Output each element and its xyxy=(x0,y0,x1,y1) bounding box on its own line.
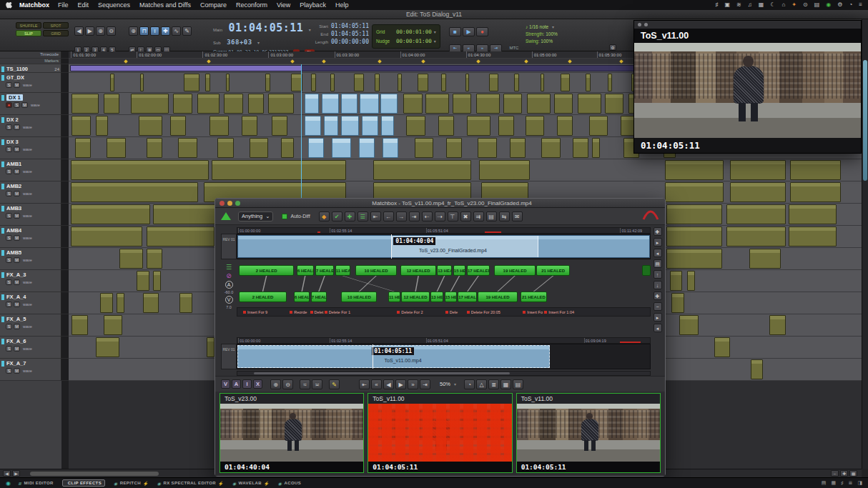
audio-clip[interactable] xyxy=(586,74,591,91)
marker-icon[interactable] xyxy=(322,59,326,64)
next-diff-button[interactable]: ⇢ xyxy=(435,211,445,221)
audio-clip[interactable] xyxy=(503,94,523,114)
audio-clip[interactable] xyxy=(383,138,398,158)
close-icon[interactable] xyxy=(220,201,225,206)
audio-clip[interactable] xyxy=(71,94,99,114)
view-mode-button[interactable]: I xyxy=(242,379,252,389)
audio-clip[interactable] xyxy=(425,94,449,114)
edit-tool-button[interactable]: ⊓ xyxy=(139,26,149,36)
audio-clip[interactable] xyxy=(679,315,699,335)
track-header[interactable]: AMB3SMwave xyxy=(0,204,61,226)
display-option-button[interactable]: ≣ xyxy=(488,379,499,389)
spot-button[interactable]: ⊤ xyxy=(448,211,458,221)
track-name[interactable]: FX_A_7 xyxy=(6,360,26,367)
marker-icon[interactable] xyxy=(619,59,623,64)
diff-marker-track[interactable]: Insert For 9ReordeDeletDelete For 1Delet… xyxy=(237,307,651,317)
matchbox-side-button[interactable]: ✚ xyxy=(654,292,662,300)
menubar-menu-item[interactable]: Reconform xyxy=(236,1,267,9)
audio-clip[interactable] xyxy=(592,138,600,158)
audio-compare-toggle[interactable]: A xyxy=(225,281,233,289)
audio-clip[interactable] xyxy=(730,182,786,202)
autodiff-checkbox[interactable] xyxy=(282,214,287,219)
audio-clip[interactable] xyxy=(498,116,514,136)
mute-button[interactable]: M xyxy=(14,324,20,329)
track-view-selector[interactable]: wave xyxy=(23,169,32,174)
audio-clip[interactable] xyxy=(554,94,573,114)
edit-window-titlebar[interactable]: Edit: ToS Dialog_v11 xyxy=(0,10,868,19)
comparison-thumbnail[interactable]: ToS_v23.00 01:04:40:04 xyxy=(220,393,364,473)
edit-mode-button[interactable]: SPOT xyxy=(43,22,69,29)
view-mode-button[interactable]: X xyxy=(253,379,262,389)
audio-clip[interactable] xyxy=(453,94,472,114)
audio-clip[interactable] xyxy=(687,271,695,291)
audio-clip[interactable] xyxy=(666,226,722,247)
marker-icon[interactable] xyxy=(207,59,211,64)
healed-match-block[interactable]: 19 HEALED xyxy=(478,292,518,302)
track-header[interactable]: DX 1●SMwave xyxy=(0,93,61,115)
healed-match-block[interactable]: 6 HEALED xyxy=(294,292,310,302)
edit-mode-button[interactable]: SHUFFLE xyxy=(16,22,41,29)
audio-clip[interactable] xyxy=(380,94,398,114)
track-view-selector[interactable]: wave xyxy=(23,125,32,129)
display-option-button[interactable]: △ xyxy=(476,379,487,389)
verify-button[interactable]: ✔ xyxy=(332,211,342,221)
solo-button[interactable]: S xyxy=(6,235,12,241)
audio-clip[interactable] xyxy=(438,116,454,136)
track-header[interactable]: FX_A_5SMwave xyxy=(0,314,61,337)
statusbar-tab[interactable]: ◉REPITCH⚡ xyxy=(114,481,149,486)
track-name[interactable]: DX 2 xyxy=(6,116,19,123)
mute-button[interactable]: M xyxy=(14,169,20,174)
mute-button[interactable]: M xyxy=(14,213,20,219)
track-name[interactable]: FX_A_4 xyxy=(6,294,26,300)
active-app-name[interactable]: Matchbox xyxy=(19,1,49,9)
audio-clip[interactable] xyxy=(131,94,169,114)
matchbox-transport-button[interactable]: ◀ xyxy=(383,379,394,389)
vertical-scrollbar[interactable] xyxy=(862,19,868,469)
audio-clip[interactable] xyxy=(341,116,358,136)
audio-clip[interactable] xyxy=(308,138,324,158)
matchbox-transport-button[interactable]: ⇤ xyxy=(359,379,370,389)
statusbar-tab[interactable]: ◉WAVELAB⚡ xyxy=(232,481,270,486)
zoom-control-button[interactable]: − xyxy=(831,470,839,477)
menubar-status-icon[interactable]: ▣ xyxy=(725,0,731,10)
track-view-selector[interactable]: wave xyxy=(23,214,32,218)
track-name[interactable]: TS_1100 xyxy=(6,66,28,72)
mute-button[interactable]: M xyxy=(14,124,20,130)
audio-clip[interactable] xyxy=(354,74,363,91)
healed-match-block[interactable]: 13 HEALED xyxy=(437,265,452,276)
edit-mode-button[interactable]: GRID xyxy=(43,30,69,36)
send-report-button[interactable]: ✉ xyxy=(512,211,523,221)
track-name[interactable]: AMB5 xyxy=(6,249,21,256)
audio-clip[interactable] xyxy=(514,74,519,91)
healed-match-block[interactable]: 10 HEALED xyxy=(341,292,377,302)
track-view-selector[interactable]: wave xyxy=(23,280,32,284)
audio-clip[interactable] xyxy=(726,204,785,224)
chevron-down-icon[interactable]: ▾ xyxy=(552,25,554,29)
audio-clip[interactable] xyxy=(207,337,214,357)
solo-button[interactable]: S xyxy=(6,346,12,352)
audio-clip[interactable] xyxy=(153,271,161,291)
menubar-status-icon[interactable]: ⚙ xyxy=(837,0,842,10)
matchbox-side-button[interactable]: ▸ xyxy=(654,313,662,322)
transport-button[interactable]: ▶ xyxy=(463,27,475,36)
audio-clip[interactable] xyxy=(510,138,526,158)
track-header[interactable]: AMB2SMwave xyxy=(0,181,61,204)
matchbox-scrollbar[interactable] xyxy=(237,371,651,376)
audio-clip[interactable] xyxy=(224,94,243,114)
zoom-button[interactable]: ⊕ xyxy=(270,379,281,389)
zoom-level-dropdown[interactable]: 50% ▾ xyxy=(440,381,456,387)
audio-clip[interactable] xyxy=(561,74,570,91)
track-header[interactable]: GT_DXSMwave xyxy=(0,73,61,93)
track-view-selector[interactable]: wave xyxy=(23,258,32,262)
healed-match-block[interactable]: 11 HEALED xyxy=(335,265,350,276)
video-track-lane[interactable]: 01:04:05:11 ToS_v11.00.mp4 xyxy=(237,344,651,369)
conform-button[interactable]: ⇉ xyxy=(473,211,484,221)
audio-clip[interactable] xyxy=(117,293,124,313)
midi-grid-value[interactable]: 1/16 note xyxy=(529,24,548,29)
audio-clip[interactable] xyxy=(403,94,423,114)
layout-button[interactable]: ▤ xyxy=(486,211,497,221)
audio-clip[interactable] xyxy=(332,138,351,158)
track-name[interactable]: FX_A_3 xyxy=(6,272,26,278)
delete-button[interactable]: ✖ xyxy=(460,211,471,221)
solo-button[interactable]: S xyxy=(6,191,12,196)
